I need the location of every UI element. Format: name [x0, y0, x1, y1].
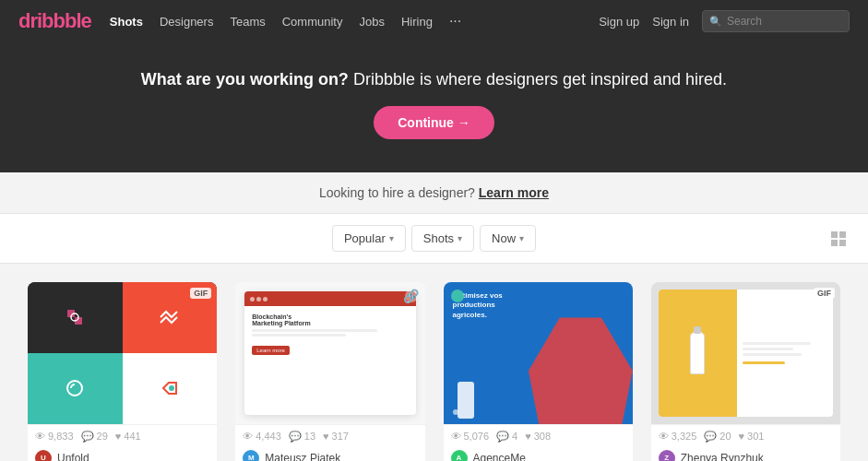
shot-thumb-2: Blockchain'sMarketing Platform Learn mor…	[235, 282, 424, 424]
shot-card-2[interactable]: Blockchain'sMarketing Platform Learn mor…	[235, 282, 424, 461]
hire-text: Looking to hire a designer?	[319, 185, 475, 200]
like-count-3: 308	[534, 431, 551, 442]
product-line	[743, 342, 811, 345]
search-wrap: 🔍	[702, 10, 850, 32]
view-count-3: 5,076	[464, 431, 490, 442]
view-count-1: 9,833	[48, 431, 74, 442]
shot-badge-1: GIF	[190, 288, 211, 299]
nav-link-teams[interactable]: Teams	[230, 15, 265, 29]
thumb-3-dot	[453, 409, 458, 415]
comment-count-4: 20	[719, 431, 731, 442]
nav-links: Shots Designers Teams Community Jobs Hir…	[110, 13, 580, 30]
navbar: dribbble Shots Designers Teams Community…	[0, 0, 868, 42]
like-count-2: 317	[332, 431, 349, 442]
shot-meta-1: 👁 9,833 💬 29 ♥ 441	[28, 424, 217, 446]
popular-filter[interactable]: Popular ▾	[332, 225, 406, 252]
nav-more-button[interactable]: ···	[449, 13, 461, 30]
shot-meta-2: 👁 4,443 💬 13 ♥ 317	[235, 424, 424, 446]
comments-icon: 💬 4	[496, 431, 517, 443]
author-name-2: Mateusz Piatek	[265, 452, 340, 461]
shot-author-3[interactable]: A AgenceMe	[444, 446, 633, 461]
shot-meta-4: 👁 3,325 💬 20 ♥ 301	[651, 424, 840, 446]
view-count-4: 3,325	[672, 431, 697, 442]
popular-chevron-icon: ▾	[389, 233, 394, 243]
shot-card-4[interactable]: GIF 👁 3,325 💬 20 ♥ 301 Z Zhenya Rynzhuk	[651, 282, 840, 461]
shot-author-4[interactable]: Z Zhenya Rynzhuk	[651, 446, 840, 461]
header-dot	[263, 297, 268, 301]
nav-link-community[interactable]: Community	[282, 15, 343, 29]
thumb-4-left	[659, 290, 737, 417]
thumb-q1	[28, 282, 123, 353]
hero-text: What are you working on? Dribbble is whe…	[18, 70, 850, 89]
signin-link[interactable]: Sign in	[652, 15, 689, 29]
author-name-4: Zhenya Rynzhuk	[681, 452, 764, 461]
thumb-4-inner	[659, 290, 833, 417]
shot-thumb-4: GIF	[651, 282, 840, 424]
hero-section: What are you working on? Dribbble is whe…	[0, 42, 868, 172]
author-name-3: AgenceMe	[473, 452, 526, 461]
like-count-4: 301	[747, 431, 764, 442]
hero-desc-text: Dribbble is where designers get inspired…	[353, 70, 727, 89]
nav-link-jobs[interactable]: Jobs	[359, 15, 384, 29]
shots-filter[interactable]: Shots ▾	[411, 225, 474, 252]
filter-bar: Popular ▾ Shots ▾ Now ▾	[0, 214, 868, 264]
hero-cta-button[interactable]: Continue →	[374, 106, 494, 139]
views-icon: 👁 4,443	[243, 431, 281, 443]
bottle-cap	[694, 326, 701, 334]
thumb-2-btn: Learn more	[252, 346, 290, 355]
nav-link-hiring[interactable]: Hiring	[401, 15, 433, 29]
avatar-3: A	[451, 450, 468, 461]
comment-count-2: 13	[304, 431, 315, 442]
shot-card-3[interactable]: Optimisez vosproductionsagricoles. 👁 5,0…	[444, 282, 633, 461]
product-line	[743, 348, 793, 350]
view-count-2: 4,443	[256, 431, 281, 442]
hire-learn-more-link[interactable]: Learn more	[479, 185, 549, 200]
popular-label: Popular	[344, 231, 386, 245]
shot-thumb-1: GIF	[28, 282, 217, 424]
grid-toggle-button[interactable]	[827, 228, 850, 250]
thumb-q3	[28, 353, 123, 424]
signup-link[interactable]: Sign up	[599, 15, 639, 29]
views-icon: 👁 5,076	[451, 431, 490, 443]
likes-icon: ♥ 308	[525, 431, 551, 443]
now-filter[interactable]: Now ▾	[480, 225, 536, 252]
product-line	[743, 353, 802, 356]
header-dot	[256, 297, 261, 301]
shot-author-2[interactable]: M Mateusz Piatek	[235, 446, 424, 461]
thumb-4-bottle	[690, 332, 705, 374]
shot-badge-4: GIF	[814, 288, 835, 299]
thumb-3-badge	[451, 290, 464, 302]
hire-banner: Looking to hire a designer? Learn more	[0, 172, 868, 214]
like-count-1: 441	[124, 431, 140, 442]
comment-count-3: 4	[512, 431, 517, 442]
shot-thumb-3: Optimisez vosproductionsagricoles.	[444, 282, 633, 424]
shots-chevron-icon: ▾	[458, 233, 462, 243]
shots-grid: GIF 👁 9,833 💬 29 ♥ 441 U Unfold Blockcha…	[0, 264, 868, 461]
shots-label: Shots	[423, 231, 454, 245]
now-label: Now	[492, 231, 516, 245]
comments-icon: 💬 20	[704, 431, 731, 443]
nav-link-shots[interactable]: Shots	[110, 15, 143, 29]
thumb-2-title: Blockchain'sMarketing Platform	[252, 313, 408, 326]
thumb-2-link-icon: 🔗	[405, 290, 418, 302]
navbar-right: Sign up Sign in 🔍	[599, 10, 850, 32]
shot-meta-3: 👁 5,076 💬 4 ♥ 308	[444, 424, 633, 446]
logo[interactable]: dribbble	[18, 9, 91, 33]
views-icon: 👁 9,833	[35, 431, 74, 443]
comments-icon: 💬 29	[81, 431, 108, 443]
nav-link-designers[interactable]: Designers	[160, 15, 214, 29]
thumb-3-bridge	[529, 317, 633, 423]
views-icon: 👁 3,325	[659, 431, 697, 443]
svg-point-1	[67, 381, 82, 396]
comments-icon: 💬 13	[289, 431, 315, 443]
now-chevron-icon: ▾	[519, 233, 524, 243]
shot-author-1[interactable]: U Unfold	[28, 446, 217, 461]
product-line-accent	[743, 361, 785, 364]
author-name-1: Unfold	[57, 452, 89, 461]
shot-card-1[interactable]: GIF 👁 9,833 💬 29 ♥ 441 U Unfold	[28, 282, 217, 461]
search-input[interactable]	[702, 10, 850, 32]
thumb-2-content: Blockchain'sMarketing Platform Learn mor…	[244, 306, 415, 362]
likes-icon: ♥ 441	[115, 431, 141, 443]
thumb-2-line	[252, 329, 376, 332]
svg-point-2	[169, 385, 174, 391]
